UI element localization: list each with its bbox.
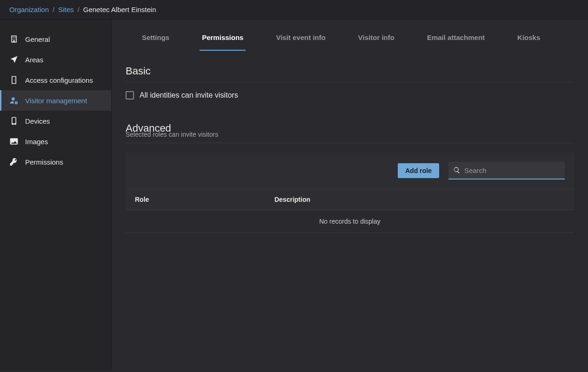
role-panel: Add role Role Description No records to … xyxy=(126,153,574,233)
sidebar-item-label: Devices xyxy=(25,117,50,125)
breadcrumb-separator: / xyxy=(53,6,54,13)
sidebar-item-label: Access configurations xyxy=(25,76,93,84)
breadcrumb-sites[interactable]: Sites xyxy=(58,6,74,13)
column-role: Role xyxy=(135,196,274,203)
key-icon xyxy=(9,157,19,166)
role-table-header: Role Description xyxy=(126,189,574,210)
sidebar-item-general[interactable]: General xyxy=(0,29,111,49)
sidebar-item-devices[interactable]: Devices xyxy=(0,111,111,131)
table-empty-message: No records to display xyxy=(126,210,574,233)
checkbox-all-identities[interactable] xyxy=(126,91,134,100)
sidebar: General Areas Access configurations Visi… xyxy=(0,20,112,371)
sidebar-item-label: General xyxy=(25,35,50,43)
add-role-button[interactable]: Add role xyxy=(398,163,439,178)
search-input[interactable] xyxy=(464,166,560,174)
search-icon xyxy=(453,166,461,174)
sidebar-item-label: Images xyxy=(25,138,48,146)
section-advanced-header: Advanced Selected roles can invite visit… xyxy=(126,122,574,143)
tab-visitor-info[interactable]: Visitor info xyxy=(342,24,411,51)
sidebar-item-label: Areas xyxy=(25,56,43,64)
tab-visit-event-info[interactable]: Visit event info xyxy=(260,24,341,51)
sidebar-item-label: Visitor management xyxy=(25,97,87,105)
tabs: Settings Permissions Visit event info Vi… xyxy=(112,24,588,51)
image-icon xyxy=(9,137,19,146)
mobile-icon xyxy=(9,116,19,126)
location-arrow-icon xyxy=(9,55,19,64)
sidebar-item-visitor-management[interactable]: Visitor management xyxy=(0,90,111,111)
sidebar-item-permissions[interactable]: Permissions xyxy=(0,152,111,172)
sidebar-item-label: Permissions xyxy=(25,158,63,166)
breadcrumb-current: Genetec Albert Einstein xyxy=(83,6,156,13)
sidebar-item-access-configurations[interactable]: Access configurations xyxy=(0,70,111,90)
tab-email-attachment[interactable]: Email attachment xyxy=(411,24,501,51)
main-content: Settings Permissions Visit event info Vi… xyxy=(112,20,588,371)
sidebar-item-areas[interactable]: Areas xyxy=(0,49,111,70)
column-description: Description xyxy=(274,196,565,203)
building-icon xyxy=(9,34,19,44)
tab-permissions[interactable]: Permissions xyxy=(186,24,260,51)
breadcrumb: Organization / Sites / Genetec Albert Ei… xyxy=(0,0,588,20)
door-icon xyxy=(9,75,19,85)
section-basic-title: Basic xyxy=(126,65,574,82)
tab-settings[interactable]: Settings xyxy=(126,24,186,51)
breadcrumb-separator: / xyxy=(78,6,80,13)
person-clock-icon xyxy=(9,96,19,105)
breadcrumb-organization[interactable]: Organization xyxy=(9,6,49,13)
search-wrapper xyxy=(448,162,565,179)
checkbox-row-all-identities: All identities can invite visitors xyxy=(126,89,574,101)
checkbox-label: All identities can invite visitors xyxy=(140,91,238,100)
sidebar-item-images[interactable]: Images xyxy=(0,131,111,152)
tab-kiosks[interactable]: Kiosks xyxy=(501,24,556,51)
role-toolbar: Add role xyxy=(126,153,574,189)
section-advanced-subtitle: Selected roles can invite visitors xyxy=(126,131,574,138)
